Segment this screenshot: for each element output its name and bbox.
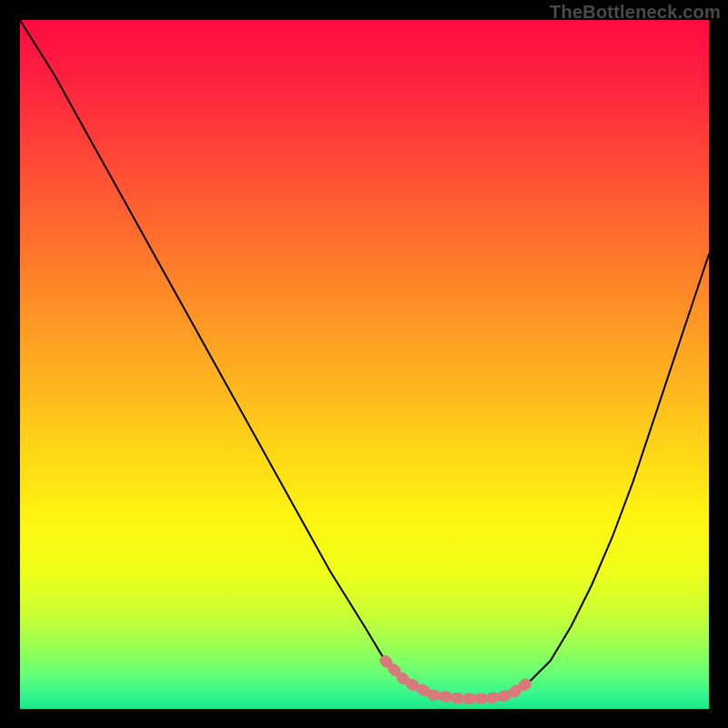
chart-container: TheBottleneck.com [0, 0, 728, 728]
chart-svg [20, 20, 709, 709]
gradient-background [20, 20, 709, 709]
watermark-text: TheBottleneck.com [550, 2, 721, 23]
